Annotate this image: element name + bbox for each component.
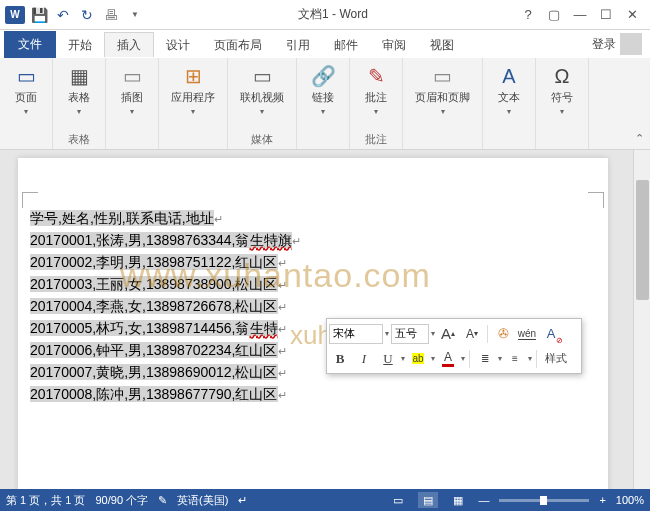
ribbon-btn-符号[interactable]: Ω符号▾ [544,62,580,118]
file-tab[interactable]: 文件 [4,31,56,58]
page-indicator[interactable]: 第 1 页，共 1 页 [6,493,85,508]
ribbon-icon: ▭ [118,64,146,88]
dropdown-icon[interactable]: ▾ [321,107,325,116]
numbering-button[interactable]: ≡ [504,348,526,370]
ribbon-group-5: 🔗链接▾ [297,58,350,149]
ribbon: ▭页面▾▦表格▾表格▭插图▾⊞应用程序▾▭联机视频▾媒体🔗链接▾✎批注▾批注▭页… [0,58,650,150]
scrollbar-thumb[interactable] [636,180,649,300]
italic-button[interactable]: I [353,348,375,370]
bullets-button[interactable]: ≣ [474,348,496,370]
print-layout-icon[interactable]: ▤ [418,492,438,508]
ribbon-label: 表格 [68,90,90,105]
ribbon-icon: ▦ [65,64,93,88]
bullets-dropdown-icon[interactable]: ▾ [498,354,502,363]
zoom-in-button[interactable]: + [599,494,605,506]
font-family-select[interactable] [329,324,383,344]
styles-button[interactable]: 样式 [541,348,571,370]
ribbon-btn-页眉和页脚[interactable]: ▭页眉和页脚▾ [411,62,474,118]
menu-tab-7[interactable]: 视图 [418,33,466,57]
ribbon-group-6: ✎批注▾批注 [350,58,403,149]
phonetic-guide-icon[interactable]: wén [516,323,538,345]
ribbon-btn-页面[interactable]: ▭页面▾ [8,62,44,118]
menu-tab-2[interactable]: 设计 [154,33,202,57]
doc-line-1[interactable]: 20170002,李明,男,13898751122,红山区↵ [30,252,592,274]
ribbon-btn-应用程序[interactable]: ⊞应用程序▾ [167,62,219,118]
menu-tab-6[interactable]: 审阅 [370,33,418,57]
close-icon[interactable]: ✕ [620,4,644,26]
ribbon-btn-表格[interactable]: ▦表格▾ [61,62,97,118]
zoom-slider[interactable] [499,499,589,502]
menu-tab-4[interactable]: 引用 [274,33,322,57]
maximize-icon[interactable]: ☐ [594,4,618,26]
size-dropdown-icon[interactable]: ▾ [431,329,435,338]
dropdown-icon[interactable]: ▾ [130,107,134,116]
shrink-font-button[interactable]: A▾ [461,323,483,345]
doc-line-7[interactable]: 20170008,陈冲,男,13898677790,红山区↵ [30,384,592,406]
ribbon-btn-批注[interactable]: ✎批注▾ [358,62,394,118]
titlebar: W 💾 ↶ ↻ 🖶 ▼ 文档1 - Word ? ▢ — ☐ ✕ [0,0,650,30]
login-link[interactable]: 登录 [592,33,646,55]
ribbon-group-4: ▭联机视频▾媒体 [228,58,297,149]
collapse-ribbon-icon[interactable]: ⌃ [635,132,644,145]
ribbon-label: 页眉和页脚 [415,90,470,105]
ribbon-group-7: ▭页眉和页脚▾ [403,58,483,149]
menu-tab-1[interactable]: 插入 [104,32,154,57]
font-size-select[interactable] [391,324,429,344]
web-layout-icon[interactable]: ▦ [448,492,468,508]
doc-line-3[interactable]: 20170004,李燕,女,13898726678,松山区↵ [30,296,592,318]
undo-icon[interactable]: ↶ [52,4,74,26]
dropdown-icon[interactable]: ▾ [560,107,564,116]
minimize-icon[interactable]: — [568,4,592,26]
ribbon-btn-文本[interactable]: A文本▾ [491,62,527,118]
highlight-button[interactable]: ab [407,348,429,370]
ribbon-group-8: A文本▾ [483,58,536,149]
underline-button[interactable]: U [377,348,399,370]
save-icon[interactable]: 💾 [28,4,50,26]
dropdown-icon[interactable]: ▾ [191,107,195,116]
clear-format-icon[interactable]: A⊘ [540,323,562,345]
doc-header-line[interactable]: 学号,姓名,性别,联系电话,地址↵ [30,208,592,230]
ribbon-group-0: ▭页面▾ [0,58,53,149]
dropdown-icon[interactable]: ▾ [260,107,264,116]
menu-tab-3[interactable]: 页面布局 [202,33,274,57]
dropdown-icon[interactable]: ▾ [441,107,445,116]
grow-font-button[interactable]: A▴ [437,323,459,345]
redo-icon[interactable]: ↻ [76,4,98,26]
ribbon-label: 链接 [312,90,334,105]
dropdown-icon[interactable]: ▾ [374,107,378,116]
dropdown-icon[interactable]: ▾ [77,107,81,116]
doc-line-0[interactable]: 20170001,张涛,男,13898763344,翁生特旗↵ [30,230,592,252]
spellcheck-icon[interactable]: ✎ [158,494,167,507]
ribbon-group-title: 批注 [365,130,387,147]
fontcolor-dropdown-icon[interactable]: ▾ [461,354,465,363]
ribbon-btn-联机视频[interactable]: ▭联机视频▾ [236,62,288,118]
quick-print-icon[interactable]: 🖶 [100,4,122,26]
ribbon-icon: ▭ [12,64,40,88]
bold-button[interactable]: B [329,348,351,370]
zoom-level[interactable]: 100% [616,494,644,506]
help-icon[interactable]: ? [516,4,540,26]
numbering-dropdown-icon[interactable]: ▾ [528,354,532,363]
ribbon-btn-插图[interactable]: ▭插图▾ [114,62,150,118]
dropdown-icon[interactable]: ▾ [24,107,28,116]
vertical-scrollbar[interactable] [633,150,650,489]
read-mode-icon[interactable]: ▭ [388,492,408,508]
doc-line-2[interactable]: 20170003,王丽,女,13898738900,松山区↵ [30,274,592,296]
dropdown-icon[interactable]: ▾ [507,107,511,116]
font-color-button[interactable]: A [437,348,459,370]
language-indicator[interactable]: 英语(美国) [177,493,228,508]
word-count[interactable]: 90/90 个字 [95,493,148,508]
menu-tab-5[interactable]: 邮件 [322,33,370,57]
ribbon-icon: Ω [548,64,576,88]
font-dropdown-icon[interactable]: ▾ [385,329,389,338]
ribbon-icon: ⊞ [179,64,207,88]
underline-dropdown-icon[interactable]: ▾ [401,354,405,363]
qat-dropdown-icon[interactable]: ▼ [124,4,146,26]
zoom-out-button[interactable]: — [478,494,489,506]
menu-tab-0[interactable]: 开始 [56,33,104,57]
highlight-dropdown-icon[interactable]: ▾ [431,354,435,363]
format-painter-icon[interactable]: ✇ [492,323,514,345]
ribbon-options-icon[interactable]: ▢ [542,4,566,26]
ribbon-btn-链接[interactable]: 🔗链接▾ [305,62,341,118]
insert-mode-icon[interactable]: ↵ [238,494,247,507]
